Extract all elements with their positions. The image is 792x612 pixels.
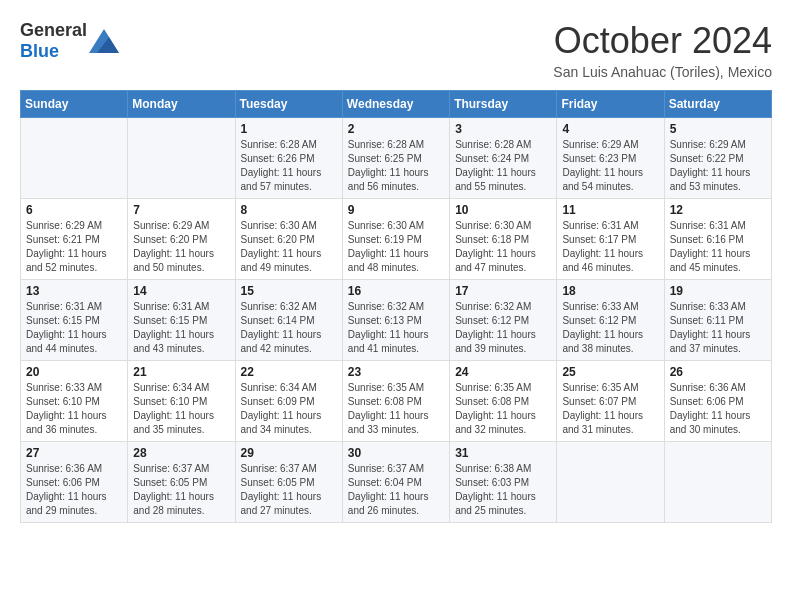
calendar-cell: 7Sunrise: 6:29 AM Sunset: 6:20 PM Daylig… — [128, 199, 235, 280]
day-number: 23 — [348, 365, 444, 379]
day-number: 8 — [241, 203, 337, 217]
day-number: 11 — [562, 203, 658, 217]
day-info: Sunrise: 6:29 AM Sunset: 6:23 PM Dayligh… — [562, 138, 658, 194]
calendar-cell: 16Sunrise: 6:32 AM Sunset: 6:13 PM Dayli… — [342, 280, 449, 361]
day-number: 18 — [562, 284, 658, 298]
day-number: 22 — [241, 365, 337, 379]
day-info: Sunrise: 6:33 AM Sunset: 6:12 PM Dayligh… — [562, 300, 658, 356]
day-info: Sunrise: 6:31 AM Sunset: 6:16 PM Dayligh… — [670, 219, 766, 275]
calendar-cell — [21, 118, 128, 199]
day-info: Sunrise: 6:37 AM Sunset: 6:05 PM Dayligh… — [241, 462, 337, 518]
day-number: 14 — [133, 284, 229, 298]
calendar-cell: 23Sunrise: 6:35 AM Sunset: 6:08 PM Dayli… — [342, 361, 449, 442]
day-info: Sunrise: 6:28 AM Sunset: 6:26 PM Dayligh… — [241, 138, 337, 194]
day-info: Sunrise: 6:33 AM Sunset: 6:11 PM Dayligh… — [670, 300, 766, 356]
day-info: Sunrise: 6:36 AM Sunset: 6:06 PM Dayligh… — [670, 381, 766, 437]
calendar-cell — [128, 118, 235, 199]
day-number: 27 — [26, 446, 122, 460]
day-number: 6 — [26, 203, 122, 217]
calendar-header-tuesday: Tuesday — [235, 91, 342, 118]
calendar-cell: 5Sunrise: 6:29 AM Sunset: 6:22 PM Daylig… — [664, 118, 771, 199]
day-info: Sunrise: 6:29 AM Sunset: 6:22 PM Dayligh… — [670, 138, 766, 194]
day-info: Sunrise: 6:32 AM Sunset: 6:12 PM Dayligh… — [455, 300, 551, 356]
calendar-cell: 8Sunrise: 6:30 AM Sunset: 6:20 PM Daylig… — [235, 199, 342, 280]
calendar-header-saturday: Saturday — [664, 91, 771, 118]
day-number: 17 — [455, 284, 551, 298]
calendar-cell: 13Sunrise: 6:31 AM Sunset: 6:15 PM Dayli… — [21, 280, 128, 361]
day-info: Sunrise: 6:31 AM Sunset: 6:17 PM Dayligh… — [562, 219, 658, 275]
day-info: Sunrise: 6:29 AM Sunset: 6:20 PM Dayligh… — [133, 219, 229, 275]
day-number: 5 — [670, 122, 766, 136]
day-number: 31 — [455, 446, 551, 460]
day-number: 25 — [562, 365, 658, 379]
day-info: Sunrise: 6:38 AM Sunset: 6:03 PM Dayligh… — [455, 462, 551, 518]
day-number: 29 — [241, 446, 337, 460]
day-number: 26 — [670, 365, 766, 379]
calendar-cell: 30Sunrise: 6:37 AM Sunset: 6:04 PM Dayli… — [342, 442, 449, 523]
day-info: Sunrise: 6:30 AM Sunset: 6:20 PM Dayligh… — [241, 219, 337, 275]
day-number: 19 — [670, 284, 766, 298]
day-number: 13 — [26, 284, 122, 298]
day-number: 20 — [26, 365, 122, 379]
calendar-header-thursday: Thursday — [450, 91, 557, 118]
calendar-cell: 27Sunrise: 6:36 AM Sunset: 6:06 PM Dayli… — [21, 442, 128, 523]
calendar-cell: 29Sunrise: 6:37 AM Sunset: 6:05 PM Dayli… — [235, 442, 342, 523]
title-area: October 2024 San Luis Anahuac (Toriles),… — [553, 20, 772, 80]
day-number: 9 — [348, 203, 444, 217]
calendar-cell: 11Sunrise: 6:31 AM Sunset: 6:17 PM Dayli… — [557, 199, 664, 280]
day-number: 30 — [348, 446, 444, 460]
calendar-cell: 1Sunrise: 6:28 AM Sunset: 6:26 PM Daylig… — [235, 118, 342, 199]
day-info: Sunrise: 6:37 AM Sunset: 6:05 PM Dayligh… — [133, 462, 229, 518]
calendar-cell: 10Sunrise: 6:30 AM Sunset: 6:18 PM Dayli… — [450, 199, 557, 280]
calendar-cell: 21Sunrise: 6:34 AM Sunset: 6:10 PM Dayli… — [128, 361, 235, 442]
logo: General Blue — [20, 20, 119, 62]
calendar-cell: 25Sunrise: 6:35 AM Sunset: 6:07 PM Dayli… — [557, 361, 664, 442]
calendar-cell: 20Sunrise: 6:33 AM Sunset: 6:10 PM Dayli… — [21, 361, 128, 442]
calendar-week-row: 13Sunrise: 6:31 AM Sunset: 6:15 PM Dayli… — [21, 280, 772, 361]
calendar-cell: 12Sunrise: 6:31 AM Sunset: 6:16 PM Dayli… — [664, 199, 771, 280]
logo-blue: Blue — [20, 41, 59, 61]
day-number: 28 — [133, 446, 229, 460]
calendar-cell — [557, 442, 664, 523]
location-title: San Luis Anahuac (Toriles), Mexico — [553, 64, 772, 80]
calendar-cell: 18Sunrise: 6:33 AM Sunset: 6:12 PM Dayli… — [557, 280, 664, 361]
month-title: October 2024 — [553, 20, 772, 62]
calendar-cell: 22Sunrise: 6:34 AM Sunset: 6:09 PM Dayli… — [235, 361, 342, 442]
calendar-cell — [664, 442, 771, 523]
calendar-cell: 28Sunrise: 6:37 AM Sunset: 6:05 PM Dayli… — [128, 442, 235, 523]
calendar-cell: 31Sunrise: 6:38 AM Sunset: 6:03 PM Dayli… — [450, 442, 557, 523]
day-number: 1 — [241, 122, 337, 136]
day-info: Sunrise: 6:34 AM Sunset: 6:10 PM Dayligh… — [133, 381, 229, 437]
day-info: Sunrise: 6:32 AM Sunset: 6:13 PM Dayligh… — [348, 300, 444, 356]
day-info: Sunrise: 6:31 AM Sunset: 6:15 PM Dayligh… — [26, 300, 122, 356]
day-info: Sunrise: 6:30 AM Sunset: 6:19 PM Dayligh… — [348, 219, 444, 275]
calendar-week-row: 27Sunrise: 6:36 AM Sunset: 6:06 PM Dayli… — [21, 442, 772, 523]
calendar-header-friday: Friday — [557, 91, 664, 118]
day-number: 15 — [241, 284, 337, 298]
day-info: Sunrise: 6:35 AM Sunset: 6:07 PM Dayligh… — [562, 381, 658, 437]
day-number: 7 — [133, 203, 229, 217]
day-info: Sunrise: 6:32 AM Sunset: 6:14 PM Dayligh… — [241, 300, 337, 356]
day-number: 3 — [455, 122, 551, 136]
day-info: Sunrise: 6:34 AM Sunset: 6:09 PM Dayligh… — [241, 381, 337, 437]
day-number: 4 — [562, 122, 658, 136]
day-info: Sunrise: 6:28 AM Sunset: 6:25 PM Dayligh… — [348, 138, 444, 194]
day-info: Sunrise: 6:36 AM Sunset: 6:06 PM Dayligh… — [26, 462, 122, 518]
day-info: Sunrise: 6:29 AM Sunset: 6:21 PM Dayligh… — [26, 219, 122, 275]
calendar-cell: 6Sunrise: 6:29 AM Sunset: 6:21 PM Daylig… — [21, 199, 128, 280]
calendar-header-wednesday: Wednesday — [342, 91, 449, 118]
header: General Blue October 2024 San Luis Anahu… — [20, 20, 772, 80]
calendar-cell: 15Sunrise: 6:32 AM Sunset: 6:14 PM Dayli… — [235, 280, 342, 361]
calendar-cell: 2Sunrise: 6:28 AM Sunset: 6:25 PM Daylig… — [342, 118, 449, 199]
calendar-week-row: 20Sunrise: 6:33 AM Sunset: 6:10 PM Dayli… — [21, 361, 772, 442]
day-number: 2 — [348, 122, 444, 136]
day-info: Sunrise: 6:35 AM Sunset: 6:08 PM Dayligh… — [348, 381, 444, 437]
calendar-header-sunday: Sunday — [21, 91, 128, 118]
day-info: Sunrise: 6:28 AM Sunset: 6:24 PM Dayligh… — [455, 138, 551, 194]
calendar-header-row: SundayMondayTuesdayWednesdayThursdayFrid… — [21, 91, 772, 118]
logo-text: General Blue — [20, 20, 87, 62]
logo-general: General — [20, 20, 87, 40]
day-number: 24 — [455, 365, 551, 379]
day-info: Sunrise: 6:35 AM Sunset: 6:08 PM Dayligh… — [455, 381, 551, 437]
calendar-table: SundayMondayTuesdayWednesdayThursdayFrid… — [20, 90, 772, 523]
